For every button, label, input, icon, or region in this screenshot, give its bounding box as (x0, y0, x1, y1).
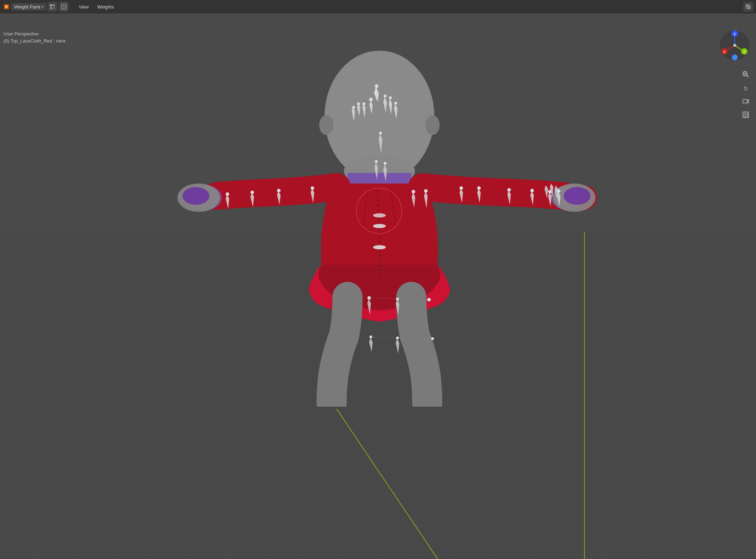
navigation-gizmo[interactable]: Z Y X (719, 29, 751, 61)
svg-point-63 (362, 102, 365, 105)
mode-icon (3, 3, 10, 10)
svg-point-77 (384, 162, 387, 165)
svg-rect-3 (50, 4, 52, 6)
svg-point-111 (431, 337, 434, 340)
svg-point-107 (396, 298, 399, 300)
viewport-3d[interactable]: User Perspective (0) Top_LaceCloth_Red :… (0, 13, 756, 559)
pan-tool-button[interactable] (740, 82, 752, 94)
svg-point-46 (319, 115, 333, 135)
grid-view-button[interactable] (740, 109, 752, 121)
svg-point-129 (733, 44, 736, 47)
svg-line-132 (747, 75, 749, 77)
svg-point-65 (369, 98, 373, 101)
viewport-info: User Perspective (0) Top_LaceCloth_Red :… (4, 30, 66, 44)
svg-rect-5 (50, 7, 52, 9)
svg-point-79 (311, 186, 314, 190)
svg-point-51 (373, 213, 386, 218)
mode-selector[interactable]: Weight Paint ▾ (11, 3, 46, 11)
svg-point-91 (507, 188, 511, 192)
svg-text:X: X (723, 50, 726, 53)
zoom-tool-button[interactable] (740, 68, 752, 80)
svg-point-49 (373, 224, 386, 228)
top-menu-bar: Weight Paint ▾ View Weights (0, 0, 756, 13)
svg-rect-4 (53, 4, 55, 6)
svg-point-105 (427, 298, 431, 301)
svg-rect-6 (53, 7, 55, 9)
svg-rect-135 (743, 100, 747, 103)
svg-point-61 (357, 102, 360, 105)
menu-weights[interactable]: Weights (94, 3, 117, 11)
svg-text:Y: Y (743, 50, 745, 53)
svg-text:Z: Z (734, 32, 736, 36)
svg-marker-108 (369, 338, 373, 352)
gizmo-button[interactable] (59, 2, 69, 12)
mode-label: Weight Paint (14, 4, 40, 10)
svg-point-73 (394, 102, 397, 105)
character-svg (174, 35, 599, 407)
svg-point-89 (477, 186, 481, 190)
svg-point-57 (375, 84, 378, 88)
svg-point-118 (564, 187, 591, 205)
svg-point-130 (732, 55, 738, 60)
svg-rect-137 (743, 112, 749, 118)
menu-view[interactable]: View (75, 3, 92, 11)
svg-point-69 (384, 95, 387, 97)
svg-point-75 (375, 160, 378, 163)
svg-point-93 (530, 189, 534, 192)
chevron-icon: ▾ (41, 5, 43, 9)
svg-point-113 (396, 337, 399, 339)
svg-point-2 (6, 6, 7, 7)
svg-point-99 (412, 190, 415, 193)
overlay-button[interactable] (47, 2, 57, 12)
perspective-label: User Perspective (4, 30, 66, 38)
svg-marker-112 (396, 339, 399, 354)
svg-point-50 (373, 245, 386, 249)
svg-point-117 (182, 187, 209, 205)
camera-view-button[interactable] (740, 95, 752, 107)
svg-point-101 (424, 189, 428, 193)
svg-point-59 (352, 106, 355, 109)
svg-point-85 (226, 192, 229, 196)
svg-point-67 (379, 132, 382, 135)
object-info: (0) Top_LaceCloth_Red : neck (4, 38, 66, 45)
svg-point-47 (425, 115, 440, 135)
svg-point-87 (459, 186, 463, 190)
tool-buttons-panel (740, 68, 752, 121)
svg-point-71 (389, 96, 392, 99)
svg-point-83 (250, 191, 254, 194)
hide-overlays-button[interactable] (743, 2, 753, 12)
svg-point-81 (277, 189, 281, 192)
